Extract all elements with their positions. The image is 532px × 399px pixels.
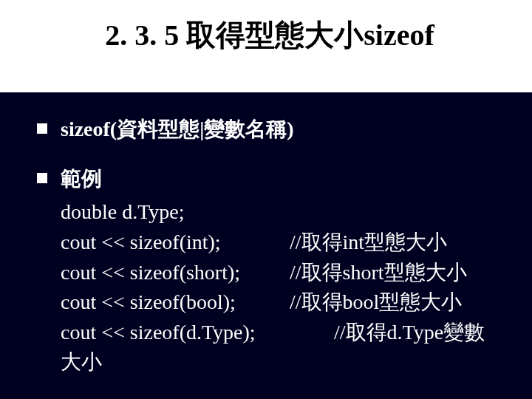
code-comment: //取得int型態大小 [290,228,447,258]
code-comment: //取得bool型態大小 [290,287,462,318]
code-text: cout << sizeof(short); [61,258,290,288]
code-line: cout << sizeof(d.Type); //取得d.Type變數 [61,318,485,348]
slide: 2. 3. 5 取得型態大小sizeof sizeof(資料型態|變數名稱) 範… [0,0,532,399]
square-bullet-icon [37,173,47,183]
bullet-label: 範例 [61,164,485,193]
code-comment: //取得short型態大小 [290,258,467,288]
code-line: double d.Type; [61,197,485,228]
code-text: double d.Type; [61,197,290,228]
bullet-item: 範例 double d.Type; cout << sizeof(int); /… [37,164,502,378]
bullet-content: 範例 double d.Type; cout << sizeof(int); /… [61,164,485,378]
code-line: cout << sizeof(short); //取得short型態大小 [61,258,485,288]
title-area: 2. 3. 5 取得型態大小sizeof [0,0,532,92]
code-line: cout << sizeof(bool); //取得bool型態大小 [61,287,485,318]
code-text: 大小 [61,347,290,378]
code-text: cout << sizeof(bool); [61,287,290,318]
slide-title: 2. 3. 5 取得型態大小sizeof [37,15,502,55]
code-comment: //取得d.Type變數 [290,318,485,348]
code-text: cout << sizeof(d.Type); [61,318,290,348]
code-line: cout << sizeof(int); //取得int型態大小 [61,228,485,258]
square-bullet-icon [37,123,47,134]
code-block: double d.Type; cout << sizeof(int); //取得… [61,197,485,378]
code-text: cout << sizeof(int); [61,228,290,258]
code-line: 大小 [61,347,485,378]
bullet-label: sizeof(資料型態|變數名稱) [61,115,294,143]
bullet-item: sizeof(資料型態|變數名稱) [37,115,502,143]
